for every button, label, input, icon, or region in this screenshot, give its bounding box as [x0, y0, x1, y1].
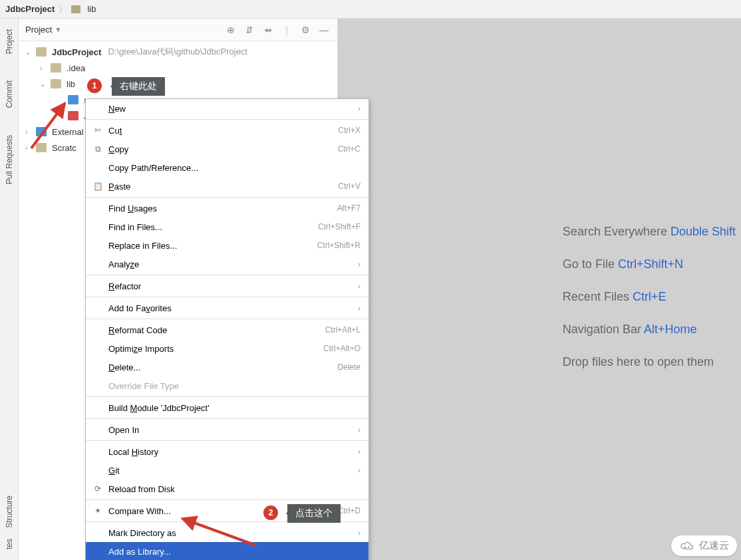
menu-icon: ⧉ — [92, 144, 103, 154]
breadcrumb-folder[interactable]: lib — [87, 4, 96, 14]
gear-icon[interactable]: ⚙ — [299, 23, 312, 37]
menu-label: Analyze — [108, 259, 353, 269]
dropdown-icon[interactable]: ▼ — [55, 26, 61, 33]
menu-item-new[interactable]: New› — [86, 99, 369, 118]
menu-shortcut: Ctrl+Shift+R — [317, 241, 361, 250]
editor-empty-area: Search Everywhere Double Shift Go to Fil… — [338, 19, 741, 560]
menu-item-delete[interactable]: Delete...Delete — [86, 358, 369, 376]
menu-label: Git — [108, 466, 353, 476]
menu-label: Build Module 'JdbcProject' — [108, 403, 361, 413]
menu-item-find-in-files[interactable]: Find in Files...Ctrl+Shift+F — [86, 217, 369, 236]
menu-label: Paste — [108, 182, 338, 192]
menu-separator — [86, 197, 369, 198]
svg-line-1 — [183, 519, 256, 545]
menu-separator — [86, 499, 369, 500]
menu-shortcut: Ctrl+Alt+O — [323, 344, 361, 353]
menu-item-find-usages[interactable]: Find UsagesAlt+F7 — [86, 199, 369, 217]
hint-search-everywhere: Search Everywhere Double Shift — [563, 225, 736, 239]
callout-badge-2: 2 — [263, 505, 278, 520]
tool-rail-bottom: tes Structure — [0, 480, 19, 560]
menu-separator — [86, 297, 369, 297]
menu-item-replace-in-files[interactable]: Replace in Files...Ctrl+Shift+R — [86, 236, 369, 255]
menu-item-add-to-favorites[interactable]: Add to Favorites› — [86, 299, 369, 317]
submenu-arrow-icon: › — [358, 448, 361, 456]
menu-label: Local History — [108, 447, 353, 457]
menu-shortcut: Ctrl+X — [338, 126, 361, 135]
divider: | — [280, 23, 293, 37]
menu-item-git[interactable]: Git› — [86, 461, 369, 480]
menu-icon: ✦ — [92, 505, 103, 516]
menu-item-analyze[interactable]: Analyze› — [86, 255, 369, 273]
hint-drop-files: Drop files here to open them — [563, 355, 736, 369]
callout-badge-1: 1 — [87, 78, 102, 93]
menu-label: Optimize Imports — [108, 344, 323, 354]
select-opened-file-icon[interactable]: ⊕ — [224, 23, 237, 37]
menu-label: Find in Files... — [108, 222, 318, 232]
arrow-1 — [28, 85, 74, 152]
menu-label: Add to Favorites — [108, 303, 353, 313]
svg-point-3 — [688, 546, 689, 547]
collapse-all-icon[interactable]: ⇴ — [261, 23, 275, 37]
navigation-hints: Search Everywhere Double Shift Go to Fil… — [563, 225, 736, 369]
menu-label: Copy — [108, 144, 338, 154]
expand-all-icon[interactable]: ⇵ — [243, 23, 256, 37]
menu-item-paste[interactable]: 📋PasteCtrl+V — [86, 177, 369, 196]
menu-shortcut: Alt+F7 — [337, 204, 361, 213]
submenu-arrow-icon: › — [358, 466, 361, 474]
rail-pull-requests[interactable]: Pull Requests — [5, 130, 14, 190]
callout-label-2: 点击这个 — [287, 504, 341, 523]
menu-item-optimize-imports[interactable]: Optimize ImportsCtrl+Alt+O — [86, 339, 369, 358]
menu-item-build-module-jdbcproject[interactable]: Build Module 'JdbcProject' — [86, 398, 369, 417]
menu-item-copy[interactable]: ⧉CopyCtrl+C — [86, 140, 369, 158]
menu-icon: 📋 — [92, 181, 103, 192]
menu-shortcut: Ctrl+V — [338, 182, 361, 191]
menu-shortcut: Delete — [337, 362, 361, 372]
menu-item-cut[interactable]: ✄CutCtrl+X — [86, 121, 369, 140]
menu-shortcut: Ctrl+C — [338, 144, 361, 154]
menu-label: Open In — [108, 425, 353, 435]
menu-label: Find Usages — [108, 204, 337, 213]
menu-item-reformat-code[interactable]: Reformat CodeCtrl+Alt+L — [86, 321, 369, 339]
folder-icon — [71, 5, 80, 13]
menu-item-override-file-type: Override File Type — [86, 376, 369, 395]
breadcrumb-separator: 〉 — [59, 3, 67, 15]
svg-line-0 — [31, 104, 65, 148]
menu-separator — [86, 440, 369, 441]
tool-rail-left: Project Commit Pull Requests — [0, 19, 19, 560]
hint-recent-files: Recent Files Ctrl+E — [563, 290, 736, 304]
context-menu[interactable]: New›✄CutCtrl+X⧉CopyCtrl+CCopy Path/Refer… — [85, 98, 369, 560]
submenu-arrow-icon: › — [358, 260, 361, 268]
menu-shortcut: Ctrl+D — [338, 506, 361, 515]
tree-root[interactable]: ⌄ JdbcProject D:\gtee\Java代码\github\Jdbc… — [19, 44, 337, 60]
rail-favorites[interactable]: tes — [5, 533, 14, 555]
hint-nav-bar: Navigation Bar Alt+Home — [563, 323, 736, 337]
menu-item-local-history[interactable]: Local History› — [86, 442, 369, 461]
rail-structure[interactable]: Structure — [5, 490, 14, 533]
menu-label: Reload from Disk — [108, 484, 361, 494]
hide-icon[interactable]: — — [317, 23, 331, 37]
menu-label: Refactor — [108, 281, 353, 291]
menu-separator — [86, 396, 369, 397]
menu-item-open-in[interactable]: Open In› — [86, 420, 369, 439]
breadcrumb: JdbcProject 〉 lib — [0, 0, 741, 19]
tree-item-idea[interactable]: › .idea — [19, 60, 337, 76]
hint-goto-file: Go to File Ctrl+Shift+N — [563, 257, 736, 271]
menu-item-refactor[interactable]: Refactor› — [86, 277, 369, 295]
arrow-2 — [173, 512, 259, 552]
panel-title[interactable]: Project — [25, 25, 52, 35]
menu-separator — [86, 319, 369, 319]
menu-item-reload-from-disk[interactable]: ⟳Reload from Disk — [86, 480, 369, 498]
breadcrumb-project[interactable]: JdbcProject — [5, 4, 55, 14]
rail-project[interactable]: Project — [5, 24, 14, 59]
rail-commit[interactable]: Commit — [5, 75, 14, 113]
submenu-arrow-icon: › — [358, 282, 361, 290]
menu-label: Copy Path/Reference... — [108, 163, 361, 173]
menu-separator — [86, 418, 369, 419]
menu-item-copy-path-reference[interactable]: Copy Path/Reference... — [86, 158, 369, 177]
menu-shortcut: Ctrl+Alt+L — [325, 325, 361, 335]
submenu-arrow-icon: › — [358, 426, 361, 434]
watermark: 亿速云 — [671, 535, 737, 556]
project-panel-header: Project ▼ ⊕ ⇵ ⇴ | ⚙ — — [19, 19, 337, 41]
menu-separator — [86, 119, 369, 120]
menu-label: New — [108, 104, 353, 114]
